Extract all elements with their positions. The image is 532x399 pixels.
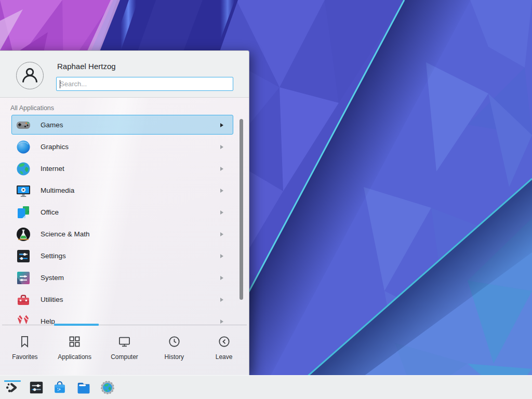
tab-computer[interactable]: Computer (100, 327, 150, 376)
launcher-header: Raphael Hertzog (0, 51, 249, 98)
system-settings-button[interactable] (29, 380, 44, 395)
section-label: All Applications (10, 104, 54, 112)
submenu-arrow-icon (220, 276, 223, 280)
games-icon (15, 117, 32, 134)
tabbar-separator (2, 325, 247, 325)
active-task-indicator (4, 380, 21, 382)
active-tab-indicator (54, 324, 99, 326)
category-row-office[interactable]: Office (0, 202, 249, 223)
category-row-games[interactable]: Games (0, 114, 249, 136)
user-name: Raphael Hertzog (57, 62, 116, 71)
application-launcher-popup: Raphael Hertzog All Applications Games G… (0, 50, 249, 375)
category-row-system[interactable]: System (0, 267, 249, 289)
internet-icon (15, 161, 32, 177)
file-manager-button[interactable] (76, 380, 91, 395)
category-row-help[interactable]: Help (0, 311, 249, 324)
graphics-icon (15, 139, 32, 155)
help-icon (15, 313, 32, 324)
favorites-icon (18, 335, 32, 349)
tab-applications[interactable]: Applications (50, 327, 100, 376)
multimedia-icon (15, 182, 32, 199)
category-row-settings[interactable]: Settings (0, 245, 249, 267)
submenu-arrow-icon (220, 123, 223, 127)
submenu-arrow-icon (220, 320, 223, 324)
submenu-arrow-icon (220, 189, 223, 193)
category-row-internet[interactable]: Internet (0, 158, 249, 180)
discover-button[interactable] (52, 380, 68, 395)
system-icon (15, 270, 32, 286)
category-row-utilities[interactable]: Utilities (0, 289, 249, 311)
history-icon (167, 335, 181, 349)
category-row-multimedia[interactable]: Multimedia (0, 180, 249, 202)
utilities-icon (15, 291, 32, 308)
application-launcher-button[interactable] (5, 380, 20, 395)
submenu-arrow-icon (220, 167, 223, 171)
launcher-tab-bar: Favorites Applications Computer History … (0, 327, 249, 376)
submenu-arrow-icon (220, 210, 223, 215)
tab-favorites[interactable]: Favorites (0, 327, 50, 376)
search-input[interactable] (60, 78, 226, 90)
category-row-science-math[interactable]: Science & Math (0, 223, 249, 245)
desktop: Raphael Hertzog All Applications Games G… (0, 0, 532, 399)
submenu-arrow-icon (220, 298, 223, 302)
applications-icon (68, 335, 82, 349)
taskbar-panel: ES 7:03 PM 4/24/21 (0, 375, 532, 399)
web-browser-button[interactable] (100, 380, 115, 395)
submenu-arrow-icon (220, 145, 223, 149)
search-box (56, 77, 233, 91)
office-icon (15, 204, 32, 221)
category-list: Games Graphics Internet Multimedia Offic… (0, 114, 249, 324)
settings-icon (15, 248, 32, 264)
scrollbar[interactable] (240, 119, 243, 300)
computer-icon (117, 335, 131, 349)
leave-icon (217, 335, 231, 349)
tab-history[interactable]: History (149, 327, 199, 376)
tab-leave[interactable]: Leave (199, 327, 249, 376)
submenu-arrow-icon (220, 232, 223, 236)
science-icon (15, 226, 32, 243)
submenu-arrow-icon (220, 254, 223, 258)
user-avatar (16, 62, 44, 89)
category-row-graphics[interactable]: Graphics (0, 136, 249, 158)
